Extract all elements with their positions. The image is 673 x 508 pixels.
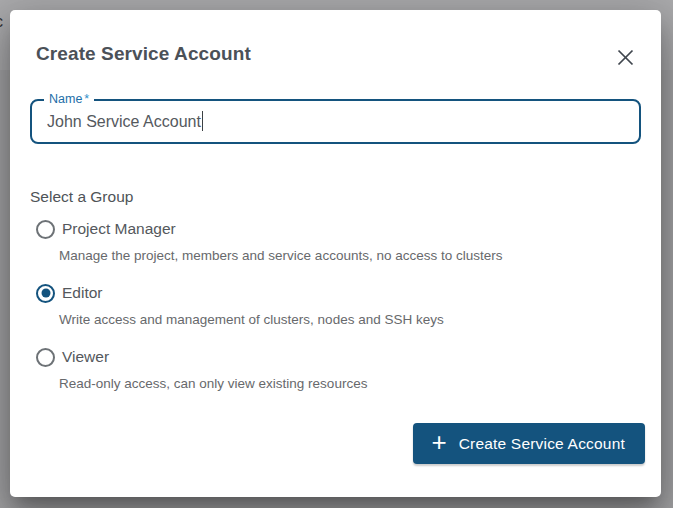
radio-description: Read-only access, can only view existing… — [59, 375, 635, 392]
radio-option-editor: Editor Write access and management of cl… — [36, 281, 635, 328]
radio-icon — [36, 220, 55, 239]
group-radio-group: Project Manager Manage the project, memb… — [36, 217, 635, 409]
create-button-label: Create Service Account — [459, 435, 625, 453]
radio-label: Project Manager — [62, 220, 176, 238]
create-service-account-dialog: Create Service Account Name* John Servic… — [10, 10, 661, 497]
text-cursor — [202, 111, 204, 131]
radio-description: Write access and management of clusters,… — [59, 311, 635, 328]
radio-row-project-manager[interactable]: Project Manager — [36, 217, 635, 241]
close-button[interactable] — [611, 43, 639, 71]
radio-label: Editor — [62, 284, 103, 302]
radio-row-viewer[interactable]: Viewer — [36, 345, 635, 369]
screen: c Create Service Account Name* John Serv… — [0, 0, 673, 508]
create-service-account-button[interactable]: + Create Service Account — [413, 423, 645, 464]
radio-option-project-manager: Project Manager Manage the project, memb… — [36, 217, 635, 264]
name-input-value: John Service Account — [47, 101, 627, 142]
plus-icon: + — [431, 429, 446, 455]
group-heading: Select a Group — [30, 188, 133, 206]
name-input[interactable]: Name* John Service Account — [30, 99, 641, 144]
radio-row-editor[interactable]: Editor — [36, 281, 635, 305]
radio-icon — [36, 284, 55, 303]
dialog-title: Create Service Account — [36, 43, 251, 65]
radio-description: Manage the project, members and service … — [59, 247, 635, 264]
backdrop-clipped-text: c — [0, 13, 3, 31]
radio-option-viewer: Viewer Read-only access, can only view e… — [36, 345, 635, 392]
radio-icon — [36, 348, 55, 367]
radio-label: Viewer — [62, 348, 109, 366]
close-icon — [617, 49, 634, 66]
